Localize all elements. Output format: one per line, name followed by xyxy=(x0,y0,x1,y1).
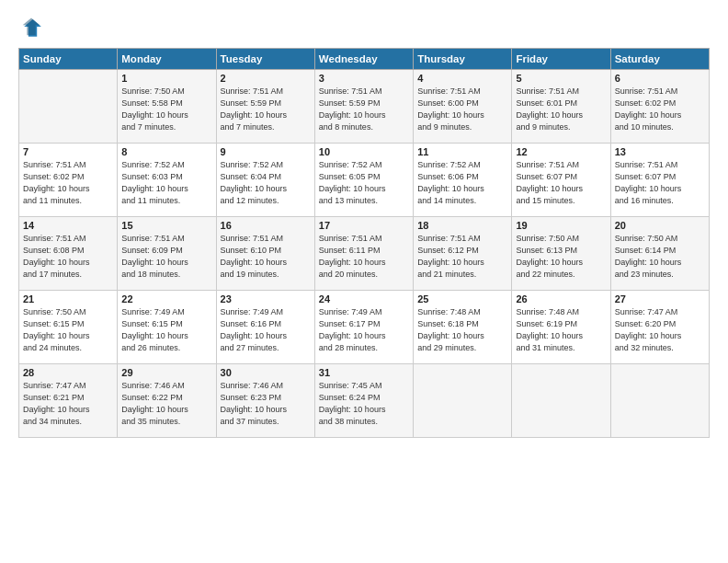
calendar-cell: 9Sunrise: 7:52 AMSunset: 6:04 PMDaylight… xyxy=(216,144,314,217)
day-info: Sunrise: 7:52 AMSunset: 6:04 PMDaylight:… xyxy=(221,159,311,207)
day-number: 21 xyxy=(23,293,113,304)
day-number: 9 xyxy=(221,146,311,157)
calendar-cell: 5Sunrise: 7:51 AMSunset: 6:01 PMDaylight… xyxy=(512,70,610,144)
day-number: 19 xyxy=(516,220,606,231)
day-number: 16 xyxy=(221,220,311,231)
week-row-2: 7Sunrise: 7:51 AMSunset: 6:02 PMDaylight… xyxy=(19,144,710,217)
day-number: 17 xyxy=(319,220,409,231)
calendar-cell xyxy=(414,364,512,438)
day-number: 18 xyxy=(417,220,507,231)
day-number: 30 xyxy=(221,367,311,378)
calendar-cell: 27Sunrise: 7:47 AMSunset: 6:20 PMDayligh… xyxy=(610,291,709,364)
day-number: 4 xyxy=(417,73,507,84)
page-container: SundayMondayTuesdayWednesdayThursdayFrid… xyxy=(0,0,728,447)
day-info: Sunrise: 7:51 AMSunset: 6:09 PMDaylight:… xyxy=(121,233,211,281)
calendar-cell: 26Sunrise: 7:48 AMSunset: 6:19 PMDayligh… xyxy=(512,291,610,364)
day-number: 1 xyxy=(121,73,211,84)
calendar-cell: 13Sunrise: 7:51 AMSunset: 6:07 PMDayligh… xyxy=(610,144,709,217)
calendar-cell: 20Sunrise: 7:50 AMSunset: 6:14 PMDayligh… xyxy=(610,217,709,291)
week-row-3: 14Sunrise: 7:51 AMSunset: 6:08 PMDayligh… xyxy=(19,217,710,291)
day-info: Sunrise: 7:51 AMSunset: 6:12 PMDaylight:… xyxy=(417,233,507,281)
calendar-cell: 24Sunrise: 7:49 AMSunset: 6:17 PMDayligh… xyxy=(314,291,413,364)
day-info: Sunrise: 7:51 AMSunset: 6:07 PMDaylight:… xyxy=(516,159,606,207)
day-number: 27 xyxy=(615,293,705,304)
day-info: Sunrise: 7:50 AMSunset: 5:58 PMDaylight:… xyxy=(121,86,211,133)
calendar-cell: 1Sunrise: 7:50 AMSunset: 5:58 PMDaylight… xyxy=(118,70,216,144)
calendar-cell: 6Sunrise: 7:51 AMSunset: 6:02 PMDaylight… xyxy=(610,70,709,144)
day-number: 31 xyxy=(319,367,409,378)
day-info: Sunrise: 7:45 AMSunset: 6:24 PMDaylight:… xyxy=(319,380,409,428)
day-info: Sunrise: 7:51 AMSunset: 6:10 PMDaylight:… xyxy=(221,233,311,281)
day-number: 20 xyxy=(615,220,705,231)
day-info: Sunrise: 7:49 AMSunset: 6:15 PMDaylight:… xyxy=(121,306,211,354)
col-header-wednesday: Wednesday xyxy=(314,49,413,70)
col-header-tuesday: Tuesday xyxy=(216,49,314,70)
day-info: Sunrise: 7:47 AMSunset: 6:21 PMDaylight:… xyxy=(23,380,113,428)
day-number: 26 xyxy=(516,293,606,304)
calendar-cell: 16Sunrise: 7:51 AMSunset: 6:10 PMDayligh… xyxy=(216,217,314,291)
day-number: 7 xyxy=(23,146,113,157)
day-info: Sunrise: 7:49 AMSunset: 6:17 PMDaylight:… xyxy=(319,306,409,354)
day-info: Sunrise: 7:50 AMSunset: 6:13 PMDaylight:… xyxy=(516,233,606,281)
day-number: 24 xyxy=(319,293,409,304)
day-number: 12 xyxy=(516,146,606,157)
day-info: Sunrise: 7:48 AMSunset: 6:18 PMDaylight:… xyxy=(417,306,507,354)
day-number: 13 xyxy=(615,146,705,157)
day-number: 6 xyxy=(615,73,705,84)
calendar-cell: 17Sunrise: 7:51 AMSunset: 6:11 PMDayligh… xyxy=(314,217,413,291)
day-number: 23 xyxy=(221,293,311,304)
svg-marker-1 xyxy=(23,18,40,36)
day-number: 8 xyxy=(121,146,211,157)
col-header-thursday: Thursday xyxy=(414,49,512,70)
day-info: Sunrise: 7:51 AMSunset: 5:59 PMDaylight:… xyxy=(221,86,311,133)
day-number: 28 xyxy=(23,367,113,378)
calendar-header-row: SundayMondayTuesdayWednesdayThursdayFrid… xyxy=(19,49,710,70)
calendar-cell: 11Sunrise: 7:52 AMSunset: 6:06 PMDayligh… xyxy=(414,144,512,217)
day-info: Sunrise: 7:51 AMSunset: 6:07 PMDaylight:… xyxy=(615,159,705,207)
day-number: 11 xyxy=(417,146,507,157)
day-info: Sunrise: 7:46 AMSunset: 6:23 PMDaylight:… xyxy=(221,380,311,428)
week-row-1: 1Sunrise: 7:50 AMSunset: 5:58 PMDaylight… xyxy=(19,70,710,144)
day-number: 25 xyxy=(417,293,507,304)
day-number: 15 xyxy=(121,220,211,231)
day-info: Sunrise: 7:50 AMSunset: 6:15 PMDaylight:… xyxy=(23,306,113,354)
day-info: Sunrise: 7:46 AMSunset: 6:22 PMDaylight:… xyxy=(121,380,211,428)
day-info: Sunrise: 7:52 AMSunset: 6:06 PMDaylight:… xyxy=(417,159,507,207)
day-info: Sunrise: 7:47 AMSunset: 6:20 PMDaylight:… xyxy=(615,306,705,354)
week-row-5: 28Sunrise: 7:47 AMSunset: 6:21 PMDayligh… xyxy=(19,364,710,438)
calendar-body: 1Sunrise: 7:50 AMSunset: 5:58 PMDaylight… xyxy=(19,70,710,438)
day-info: Sunrise: 7:51 AMSunset: 6:02 PMDaylight:… xyxy=(615,86,705,133)
calendar-cell: 12Sunrise: 7:51 AMSunset: 6:07 PMDayligh… xyxy=(512,144,610,217)
day-info: Sunrise: 7:51 AMSunset: 6:02 PMDaylight:… xyxy=(23,159,113,207)
day-info: Sunrise: 7:51 AMSunset: 6:00 PMDaylight:… xyxy=(417,86,507,133)
col-header-sunday: Sunday xyxy=(19,49,118,70)
header xyxy=(18,17,710,42)
calendar-cell: 31Sunrise: 7:45 AMSunset: 6:24 PMDayligh… xyxy=(314,364,413,438)
calendar-cell: 3Sunrise: 7:51 AMSunset: 5:59 PMDaylight… xyxy=(314,70,413,144)
calendar-table: SundayMondayTuesdayWednesdayThursdayFrid… xyxy=(18,48,710,438)
calendar-cell: 10Sunrise: 7:52 AMSunset: 6:05 PMDayligh… xyxy=(314,144,413,217)
day-info: Sunrise: 7:50 AMSunset: 6:14 PMDaylight:… xyxy=(615,233,705,281)
day-number: 10 xyxy=(319,146,409,157)
day-info: Sunrise: 7:49 AMSunset: 6:16 PMDaylight:… xyxy=(221,306,311,354)
day-info: Sunrise: 7:52 AMSunset: 6:03 PMDaylight:… xyxy=(121,159,211,207)
day-number: 29 xyxy=(121,367,211,378)
col-header-monday: Monday xyxy=(118,49,216,70)
calendar-cell xyxy=(512,364,610,438)
day-info: Sunrise: 7:52 AMSunset: 6:05 PMDaylight:… xyxy=(319,159,409,207)
calendar-cell: 29Sunrise: 7:46 AMSunset: 6:22 PMDayligh… xyxy=(118,364,216,438)
calendar-cell: 7Sunrise: 7:51 AMSunset: 6:02 PMDaylight… xyxy=(19,144,118,217)
day-number: 3 xyxy=(319,73,409,84)
day-info: Sunrise: 7:51 AMSunset: 5:59 PMDaylight:… xyxy=(319,86,409,133)
calendar-cell: 25Sunrise: 7:48 AMSunset: 6:18 PMDayligh… xyxy=(414,291,512,364)
calendar-cell: 4Sunrise: 7:51 AMSunset: 6:00 PMDaylight… xyxy=(414,70,512,144)
col-header-friday: Friday xyxy=(512,49,610,70)
calendar-cell: 30Sunrise: 7:46 AMSunset: 6:23 PMDayligh… xyxy=(216,364,314,438)
logo-icon xyxy=(18,17,44,42)
logo xyxy=(18,17,48,42)
day-number: 5 xyxy=(516,73,606,84)
calendar-cell xyxy=(19,70,118,144)
calendar-cell: 21Sunrise: 7:50 AMSunset: 6:15 PMDayligh… xyxy=(19,291,118,364)
calendar-cell: 2Sunrise: 7:51 AMSunset: 5:59 PMDaylight… xyxy=(216,70,314,144)
day-info: Sunrise: 7:51 AMSunset: 6:08 PMDaylight:… xyxy=(23,233,113,281)
